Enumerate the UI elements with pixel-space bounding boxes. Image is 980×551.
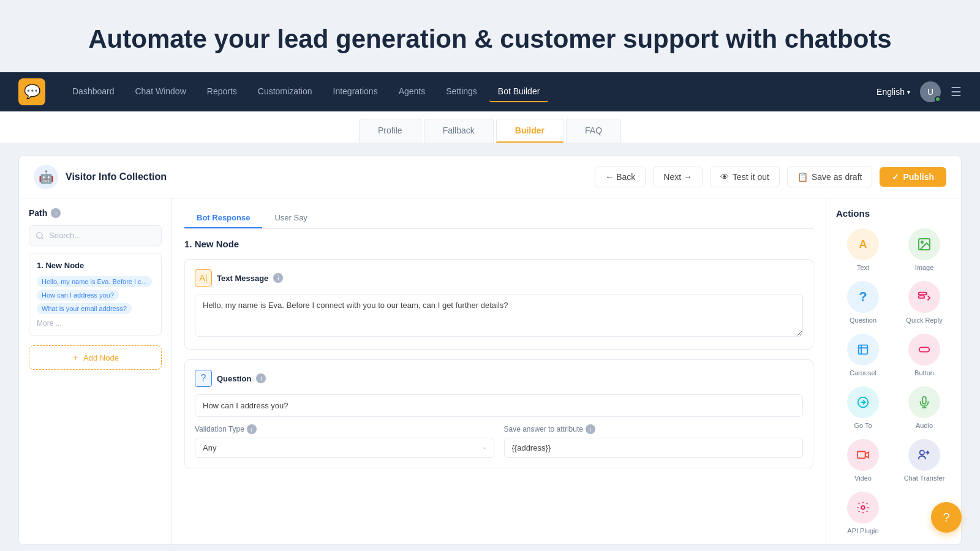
tab-bot-response[interactable]: Bot Response <box>184 208 262 228</box>
validation-select[interactable]: Any <box>195 438 494 458</box>
nav-right: English U ☰ <box>876 81 962 102</box>
button-action-icon <box>908 334 940 365</box>
chat-transfer-action-icon <box>908 439 940 471</box>
path-panel: Path i 1. New Node Hello, my name is Eva… <box>19 198 172 544</box>
svg-point-8 <box>920 451 924 455</box>
goto-action-icon <box>847 386 879 418</box>
audio-action-label: Audio <box>916 422 933 429</box>
text-message-info-icon: i <box>273 273 283 283</box>
path-info-icon: i <box>51 208 61 218</box>
tab-fallback[interactable]: Fallback <box>424 119 494 143</box>
api-plugin-action-icon <box>847 492 879 523</box>
text-action-label: Text <box>857 264 869 271</box>
carousel-action-icon <box>847 334 879 365</box>
action-audio[interactable]: Audio <box>897 386 951 429</box>
nav-agents[interactable]: Agents <box>390 81 434 102</box>
language-selector[interactable]: English <box>876 87 910 97</box>
bot-title: Visitor Info Collection <box>66 171 167 182</box>
validation-label: Validation Type i <box>195 424 494 434</box>
bot-avatar: 🤖 <box>34 165 58 189</box>
sub-tabs: Profile Fallback Builder FAQ <box>0 111 980 143</box>
quick-reply-action-icon <box>908 281 940 313</box>
hero-section: Automate your lead generation & customer… <box>0 0 980 72</box>
logo[interactable]: 💬 <box>18 78 45 105</box>
nav-chat-window[interactable]: Chat Window <box>127 81 195 102</box>
navbar: 💬 Dashboard Chat Window Reports Customiz… <box>0 72 980 111</box>
tab-builder[interactable]: Builder <box>496 119 564 143</box>
quick-reply-action-label: Quick Reply <box>906 317 942 324</box>
next-button[interactable]: Next → <box>653 167 703 187</box>
action-video[interactable]: Video <box>836 439 890 482</box>
editor-panel: Bot Response User Say 1. New Node A| Tex… <box>172 198 826 544</box>
svg-rect-2 <box>919 293 927 295</box>
draft-icon: 📋 <box>797 172 808 182</box>
path-title: Path <box>29 208 47 218</box>
action-carousel[interactable]: Carousel <box>836 334 890 377</box>
nav-reports[interactable]: Reports <box>198 81 246 102</box>
action-question[interactable]: ? Question <box>836 281 890 324</box>
image-action-label: Image <box>915 264 934 271</box>
nav-integrations[interactable]: Integrations <box>325 81 386 102</box>
nav-dashboard[interactable]: Dashboard <box>64 81 123 102</box>
action-api-plugin[interactable]: API Plugin <box>836 492 890 534</box>
bot-avatar-icon: 🤖 <box>39 170 54 184</box>
question-input[interactable] <box>195 394 803 417</box>
nav-links: Dashboard Chat Window Reports Customizat… <box>64 81 876 102</box>
action-chat-transfer[interactable]: Chat Transfer <box>897 439 951 482</box>
nav-customization[interactable]: Customization <box>249 81 321 102</box>
action-image[interactable]: Image <box>897 228 951 271</box>
text-message-block: A| Text Message i Hello, my name is Eva.… <box>184 259 813 350</box>
add-node-button[interactable]: ＋ Add Node <box>29 345 162 370</box>
save-answer-input[interactable] <box>504 438 804 458</box>
text-message-input[interactable]: Hello, my name is Eva. Before I connect … <box>195 294 803 337</box>
save-answer-info-icon: i <box>586 424 595 434</box>
node-label: 1. New Node <box>184 239 813 249</box>
question-info-icon: i <box>256 373 266 383</box>
avatar-initials: U <box>927 87 933 97</box>
publish-button[interactable]: ✓ Publish <box>880 167 946 187</box>
node-tag-0[interactable]: Hello, my name is Eva. Before I c... <box>37 276 152 287</box>
msg-header: A| Text Message i <box>195 269 803 287</box>
action-quick-reply[interactable]: Quick Reply <box>897 281 951 324</box>
draft-button[interactable]: 📋 Save as draft <box>787 167 873 187</box>
logo-icon: 💬 <box>24 84 40 100</box>
node-tag-1[interactable]: How can I address you? <box>37 290 119 301</box>
test-button[interactable]: 👁 Test it out <box>710 167 780 187</box>
action-text[interactable]: A Text <box>836 228 890 271</box>
builder-header: 🤖 Visitor Info Collection ← Back Next → … <box>18 156 962 198</box>
text-a-icon: A| <box>200 273 208 283</box>
node-tag-2[interactable]: What is your email address? <box>37 303 132 314</box>
menu-icon[interactable]: ☰ <box>951 84 962 99</box>
carousel-action-label: Carousel <box>850 369 876 377</box>
save-answer-label: Save answer to attribute i <box>504 424 804 434</box>
node-more[interactable]: More ... <box>37 319 154 328</box>
nav-settings[interactable]: Settings <box>437 81 486 102</box>
avatar[interactable]: U <box>920 81 941 102</box>
search-input[interactable] <box>29 225 162 246</box>
back-button[interactable]: ← Back <box>595 167 646 187</box>
help-button[interactable]: ? <box>931 502 962 533</box>
actions-grid: A Text Image ? Question <box>836 228 951 534</box>
chat-transfer-action-label: Chat Transfer <box>904 474 945 482</box>
tab-faq[interactable]: FAQ <box>566 119 621 143</box>
question-label: Question <box>217 374 251 383</box>
tab-user-say[interactable]: User Say <box>262 208 319 228</box>
video-action-label: Video <box>854 474 872 482</box>
nav-bot-builder[interactable]: Bot Builder <box>489 81 548 102</box>
svg-rect-4 <box>859 345 868 354</box>
hero-title: Automate your lead generation & customer… <box>12 24 968 54</box>
save-answer-field: Save answer to attribute i <box>504 424 804 458</box>
question-fields: Validation Type i Any Save answer to att… <box>195 424 803 458</box>
question-block: ? Question i Validation Type i Any <box>184 359 813 468</box>
question-action-label: Question <box>850 317 876 324</box>
api-plugin-action-label: API Plugin <box>847 527 878 534</box>
action-goto[interactable]: Go To <box>836 386 890 429</box>
path-header: Path i <box>29 208 162 218</box>
svg-rect-7 <box>858 452 865 459</box>
svg-point-9 <box>861 506 865 509</box>
button-action-label: Button <box>914 369 934 377</box>
action-button[interactable]: Button <box>897 334 951 377</box>
editor-tabs: Bot Response User Say <box>184 208 813 229</box>
node-card: 1. New Node Hello, my name is Eva. Befor… <box>29 253 162 335</box>
tab-profile[interactable]: Profile <box>359 119 421 143</box>
